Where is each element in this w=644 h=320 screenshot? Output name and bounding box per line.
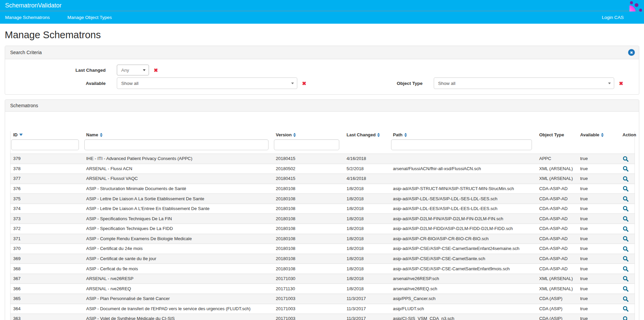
magnifier-icon[interactable] bbox=[623, 166, 629, 172]
magnifier-icon[interactable] bbox=[623, 306, 629, 312]
cell-last-changed: 1/8/2018 bbox=[344, 284, 390, 294]
cell-version: 20180108 bbox=[273, 194, 344, 204]
collapse-panel-icon[interactable]: ✖ bbox=[628, 49, 635, 56]
magnifier-icon[interactable] bbox=[623, 156, 629, 162]
nav-menu: Manage Schematrons Manage Object Types L… bbox=[0, 11, 644, 24]
magnifier-icon[interactable] bbox=[623, 256, 629, 262]
table-row: 373ASIP - Specifications Techniques De L… bbox=[10, 214, 635, 224]
nav-item-login-cas[interactable]: Login CAS bbox=[602, 15, 624, 20]
sort-both-icon bbox=[377, 133, 380, 137]
magnifier-icon[interactable] bbox=[623, 316, 629, 320]
cell-action bbox=[620, 204, 635, 214]
filter-cell-available bbox=[578, 139, 620, 154]
magnifier-icon[interactable] bbox=[623, 226, 629, 232]
column-header-available[interactable]: Available bbox=[578, 131, 620, 139]
cell-version: 20171003 bbox=[273, 294, 344, 304]
clear-available-icon[interactable]: ✖ bbox=[302, 81, 306, 86]
column-header-object-type: Object Type bbox=[537, 131, 578, 139]
object-type-select[interactable]: Show all bbox=[434, 77, 614, 89]
magnifier-icon[interactable] bbox=[623, 286, 629, 292]
magnifier-icon[interactable] bbox=[623, 216, 629, 222]
filter-cell-object-type bbox=[537, 139, 578, 154]
cell-path: asip-ad/ASIP-CSE/ASIP-CSE-CarnetSanteEnf… bbox=[390, 244, 537, 254]
column-header-path[interactable]: Path bbox=[390, 131, 537, 139]
magnifier-icon[interactable] bbox=[623, 196, 629, 202]
table-row: 372ASIP - Specification Techniques De La… bbox=[10, 224, 635, 234]
search-criteria-header: Search Criteria ✖ bbox=[5, 46, 639, 59]
magnifier-icon[interactable] bbox=[623, 296, 629, 302]
filter-id-input[interactable] bbox=[11, 139, 79, 150]
cell-last-changed: 5/2/2018 bbox=[344, 164, 390, 174]
cell-action bbox=[620, 294, 635, 304]
table-head: IDNameVersionLast ChangedPathObject Type… bbox=[10, 131, 635, 154]
cell-action bbox=[620, 314, 635, 320]
filter-name-input[interactable] bbox=[84, 139, 269, 150]
cell-object-type: APPC bbox=[537, 154, 578, 164]
magnifier-icon[interactable] bbox=[623, 206, 629, 212]
clear-last-changed-icon[interactable]: ✖ bbox=[154, 68, 158, 73]
cell-path: asip-ad/ASIP-STRUCT-MIN/ASIP-STRUCT-MIN-… bbox=[390, 184, 537, 194]
cell-available: true bbox=[578, 224, 620, 234]
cell-last-changed: 1/8/2018 bbox=[344, 234, 390, 244]
table-row: 371ASIP - Compte Rendu Examens De Biolog… bbox=[10, 234, 635, 244]
column-header-id[interactable]: ID bbox=[10, 131, 84, 139]
chevron-down-icon bbox=[291, 83, 294, 84]
chevron-down-icon bbox=[608, 83, 611, 84]
cell-id: 369 bbox=[10, 254, 84, 264]
column-label[interactable]: Last Changed bbox=[347, 132, 376, 137]
cell-version: 20180108 bbox=[273, 184, 344, 194]
available-label: Available bbox=[10, 81, 117, 86]
cell-action bbox=[620, 174, 635, 184]
magnifier-icon[interactable] bbox=[623, 266, 629, 272]
table-row: 366ARSENAL - rve26REQ201711301/8/2018ars… bbox=[10, 284, 635, 294]
cell-path: arsenal/rve26RESP.sch bbox=[390, 274, 537, 284]
table-row: 375ASIP - Lettre De Liaison A La Sortie … bbox=[10, 194, 635, 204]
column-header-version[interactable]: Version bbox=[273, 131, 344, 139]
last-changed-select[interactable]: Any bbox=[117, 65, 149, 75]
schematrons-panel: Schematrons IDNameVersionLast ChangedPat… bbox=[5, 99, 639, 320]
cell-path: asip-ad/ASIP-CSE/ASIP-CSE-CarnetSanteEnf… bbox=[390, 264, 537, 274]
cell-name: ASIP - Document de transfert de l'EHPAD … bbox=[84, 304, 273, 314]
magnifier-icon[interactable] bbox=[623, 236, 629, 242]
cell-version: 20171130 bbox=[273, 284, 344, 294]
magnifier-icon[interactable] bbox=[623, 246, 629, 252]
cell-object-type: CDA-ASIP-AD bbox=[537, 204, 578, 214]
cell-version: 20171003 bbox=[273, 314, 344, 320]
cell-last-changed: 4/16/2018 bbox=[344, 154, 390, 164]
filter-cell-version bbox=[273, 139, 344, 154]
table-row: 374ASIP - Lettre De Liaison A L'Entree E… bbox=[10, 204, 635, 214]
magnifier-icon[interactable] bbox=[623, 176, 629, 182]
filter-version-input[interactable] bbox=[274, 139, 339, 150]
clear-object-type-icon[interactable]: ✖ bbox=[619, 81, 623, 86]
cell-id: 374 bbox=[10, 204, 84, 214]
sort-both-icon bbox=[293, 133, 296, 137]
cell-version: 20180108 bbox=[273, 244, 344, 254]
cell-path: asip-ad/ASIP-CR-BIO/ASIP-CR-BIO-CR-BIO.s… bbox=[390, 234, 537, 244]
cell-available: true bbox=[578, 304, 620, 314]
cell-last-changed: 4/16/2018 bbox=[344, 174, 390, 184]
cell-path: asip-ad/ASIP-D2LM-FIN/ASIP-D2LM-FIN-D2LM… bbox=[390, 214, 537, 224]
column-label[interactable]: Version bbox=[276, 132, 292, 137]
magnifier-icon[interactable] bbox=[623, 276, 629, 282]
cell-object-type: CDA-ASIP-AD bbox=[537, 184, 578, 194]
column-label[interactable]: Name bbox=[86, 132, 98, 137]
cell-available: true bbox=[578, 284, 620, 294]
cell-last-changed: 1/8/2018 bbox=[344, 264, 390, 274]
filter-path-input[interactable] bbox=[391, 139, 532, 150]
nav-item-manage-object-types[interactable]: Manage Object Types bbox=[67, 15, 112, 20]
column-label[interactable]: Path bbox=[393, 132, 403, 137]
cell-path: arsenal/rve26REQ.sch bbox=[390, 284, 537, 294]
cell-id: 363 bbox=[10, 314, 84, 320]
nav-item-manage-schematrons[interactable]: Manage Schematrons bbox=[5, 15, 50, 20]
column-header-name[interactable]: Name bbox=[84, 131, 273, 139]
app-title: SchematronValidator bbox=[5, 2, 62, 9]
column-header-last-changed[interactable]: Last Changed bbox=[344, 131, 390, 139]
page-title: Manage Schematrons bbox=[5, 29, 639, 41]
cell-available: true bbox=[578, 164, 620, 174]
magnifier-icon[interactable] bbox=[623, 186, 629, 192]
cell-action bbox=[620, 264, 635, 274]
column-label[interactable]: ID bbox=[13, 132, 18, 137]
available-select[interactable]: Show all bbox=[117, 77, 297, 89]
column-label[interactable]: Available bbox=[580, 132, 600, 137]
object-type-label: Object Type bbox=[322, 81, 434, 86]
